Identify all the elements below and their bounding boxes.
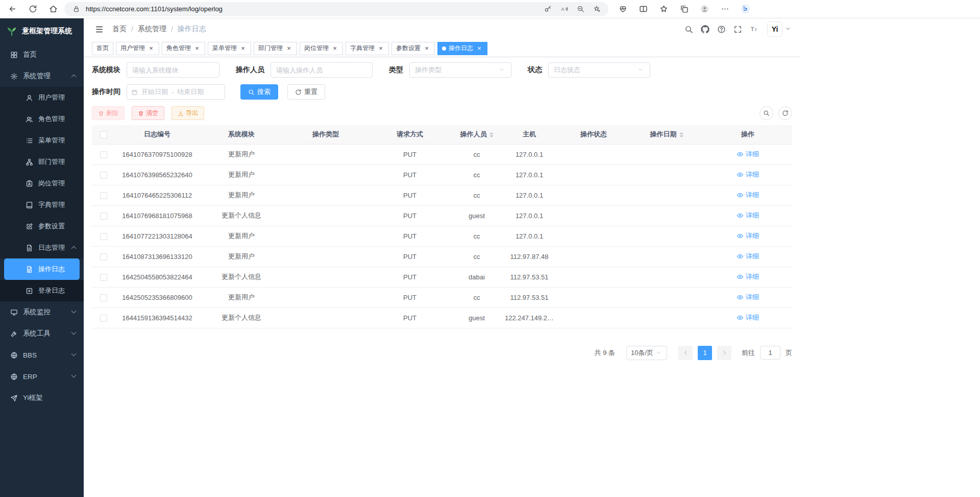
search-icon[interactable] [681, 22, 696, 36]
tab-post-mgmt[interactable]: 岗位管理× [300, 42, 343, 55]
profile-avatar-icon[interactable] [697, 2, 712, 16]
close-icon[interactable]: × [193, 45, 201, 52]
tab-user-mgmt[interactable]: 用户管理× [116, 42, 159, 55]
sidebar-item-dict-mgmt[interactable]: 字典管理 [0, 194, 84, 216]
column-header-operator[interactable]: 操作人员 [452, 125, 501, 144]
sidebar-item-log-mgmt[interactable]: 日志管理 [0, 237, 84, 258]
column-header-date[interactable]: 操作日期 [630, 125, 703, 144]
close-icon[interactable]: × [148, 45, 155, 52]
select-all-checkbox[interactable] [100, 131, 107, 138]
detail-link[interactable]: 详细 [737, 211, 759, 220]
detail-link[interactable]: 详细 [737, 272, 759, 281]
module-input[interactable] [127, 62, 219, 78]
sidebar-item-param-settings[interactable]: 参数设置 [0, 216, 84, 237]
sidebar-item-user-mgmt[interactable]: 用户管理 [0, 87, 84, 108]
row-checkbox[interactable] [100, 315, 107, 322]
tab-home[interactable]: 首页 [92, 42, 113, 55]
more-icon[interactable] [718, 2, 732, 16]
row-checkbox[interactable] [100, 274, 107, 281]
bing-icon[interactable] [738, 2, 752, 16]
tab-param-settings[interactable]: 参数设置× [391, 42, 435, 55]
read-aloud-icon[interactable]: A [558, 4, 570, 15]
sidebar-item-system-monitor[interactable]: 系统监控 [0, 301, 84, 323]
row-checkbox[interactable] [100, 253, 107, 261]
zoom-out-icon[interactable] [575, 4, 586, 15]
row-checkbox[interactable] [100, 151, 107, 158]
sidebar-item-yi-framework[interactable]: Yi框架 [0, 387, 84, 409]
favorites-icon[interactable] [656, 2, 671, 16]
row-checkbox[interactable] [100, 294, 107, 301]
detail-link[interactable]: 详细 [737, 231, 759, 241]
date-range-picker[interactable]: 开始日期 - 结束日期 [127, 84, 225, 100]
github-icon[interactable] [698, 22, 712, 36]
row-checkbox[interactable] [100, 192, 107, 199]
split-screen-icon[interactable] [636, 2, 650, 16]
sidebar-item-oper-log[interactable]: 操作日志 [4, 258, 80, 280]
page-1-button[interactable]: 1 [698, 346, 712, 360]
close-icon[interactable]: × [377, 45, 384, 52]
close-icon[interactable]: × [476, 45, 483, 52]
font-size-icon[interactable]: TT [747, 22, 761, 36]
close-icon[interactable]: × [239, 45, 247, 52]
sidebar-item-home[interactable]: 首页 [0, 44, 84, 65]
search-button[interactable]: 搜索 [240, 84, 278, 100]
refresh-icon[interactable] [26, 2, 40, 16]
menu-fold-icon[interactable] [92, 22, 106, 36]
refresh-table-button[interactable] [778, 106, 792, 120]
row-checkbox[interactable] [100, 233, 107, 240]
key-icon[interactable] [542, 4, 553, 15]
clear-button[interactable]: 清空 [132, 106, 164, 120]
close-icon[interactable]: × [423, 45, 430, 52]
browser-essentials-icon[interactable] [616, 2, 630, 16]
sidebar-item-dept-mgmt[interactable]: 部门管理 [0, 151, 84, 173]
status-select[interactable]: 日志状态 [548, 62, 650, 78]
collections-icon[interactable] [677, 2, 691, 16]
question-icon[interactable] [714, 22, 728, 36]
address-bar[interactable]: https://ccnetcore.com:1101/system/log/op… [64, 2, 608, 16]
favorites-add-icon[interactable] [591, 4, 602, 15]
tab-dict-mgmt[interactable]: 字典管理× [346, 42, 389, 55]
detail-link[interactable]: 详细 [737, 150, 759, 159]
sidebar-item-role-mgmt[interactable]: 角色管理 [0, 108, 84, 130]
close-icon[interactable]: × [285, 45, 292, 52]
detail-link[interactable]: 详细 [737, 191, 759, 200]
sidebar-item-erp[interactable]: ERP [0, 366, 84, 387]
tab-oper-log[interactable]: 操作日志× [437, 42, 487, 55]
lock-icon[interactable] [70, 4, 82, 15]
sidebar-item-system-tools[interactable]: 系统工具 [0, 323, 84, 344]
sort-caret-icon[interactable] [489, 132, 494, 137]
fullscreen-icon[interactable] [730, 22, 745, 36]
row-checkbox[interactable] [100, 212, 107, 220]
type-select[interactable]: 操作类型 [409, 62, 511, 78]
tab-dept-mgmt[interactable]: 部门管理× [254, 42, 297, 55]
sidebar-item-menu-mgmt[interactable]: 菜单管理 [0, 130, 84, 151]
detail-link[interactable]: 详细 [737, 313, 759, 322]
breadcrumb-home[interactable]: 首页 [112, 25, 127, 34]
reset-button[interactable]: 重置 [287, 84, 325, 100]
page-size-select[interactable]: 10条/页 [626, 346, 667, 360]
sidebar-item-system-mgmt[interactable]: 系统管理 [0, 65, 84, 87]
next-page-button[interactable] [717, 346, 731, 360]
detail-link[interactable]: 详细 [737, 293, 759, 302]
export-button[interactable]: 导出 [172, 106, 204, 120]
row-checkbox[interactable] [100, 172, 107, 179]
back-icon[interactable] [5, 2, 19, 16]
breadcrumb-system-mgmt[interactable]: 系统管理 [138, 25, 166, 34]
detail-link[interactable]: 详细 [737, 170, 759, 179]
delete-button[interactable]: 删除 [92, 106, 125, 120]
goto-page-input[interactable] [760, 346, 780, 360]
tab-role-mgmt[interactable]: 角色管理× [162, 42, 205, 55]
close-icon[interactable]: × [331, 45, 338, 52]
sort-caret-icon[interactable] [679, 132, 683, 137]
operator-input[interactable] [271, 62, 373, 78]
app-logo[interactable]: 意框架管理系统 [0, 18, 84, 44]
prev-page-button[interactable] [678, 346, 693, 360]
home-icon[interactable] [46, 2, 60, 16]
sidebar-item-bbs[interactable]: BBS [0, 344, 84, 366]
user-avatar-menu[interactable]: Yi [767, 21, 792, 37]
tab-menu-mgmt[interactable]: 菜单管理× [208, 42, 251, 55]
toggle-search-button[interactable] [760, 106, 773, 120]
sidebar-item-login-log[interactable]: 登录日志 [0, 280, 84, 301]
sidebar-item-post-mgmt[interactable]: 岗位管理 [0, 173, 84, 194]
detail-link[interactable]: 详细 [737, 252, 759, 261]
